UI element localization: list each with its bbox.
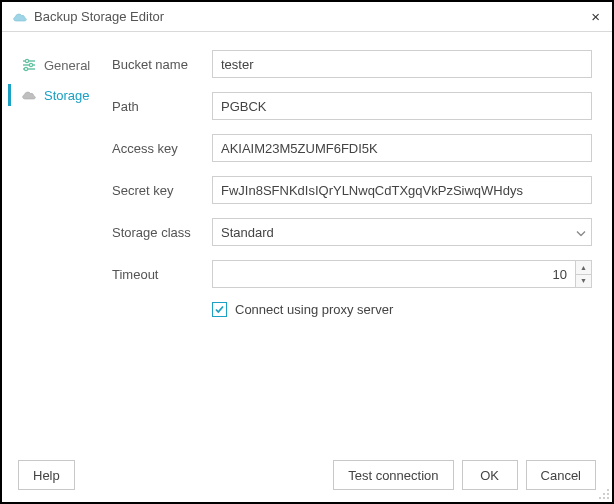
svg-point-1 — [25, 59, 28, 62]
access-label: Access key — [112, 141, 212, 156]
sidebar: General Storage — [2, 32, 112, 448]
timeout-input[interactable] — [212, 260, 592, 288]
row-proxy: Connect using proxy server — [212, 302, 592, 317]
bucket-label: Bucket name — [112, 57, 212, 72]
spin-down-icon[interactable]: ▼ — [576, 275, 591, 288]
cancel-button[interactable]: Cancel — [526, 460, 596, 490]
test-connection-button[interactable]: Test connection — [333, 460, 453, 490]
bucket-input[interactable] — [212, 50, 592, 78]
row-bucket: Bucket name — [112, 50, 592, 78]
sidebar-item-general[interactable]: General — [2, 50, 112, 80]
row-timeout: Timeout ▲ ▼ — [112, 260, 592, 288]
storage-class-select[interactable] — [212, 218, 592, 246]
access-key-input[interactable] — [212, 134, 592, 162]
timeout-stepper[interactable]: ▲ ▼ — [212, 260, 592, 288]
sidebar-item-label: General — [44, 58, 90, 73]
sidebar-item-label: Storage — [44, 88, 90, 103]
storage-class-value[interactable] — [212, 218, 592, 246]
sliders-icon — [20, 58, 38, 72]
form: Bucket name Path Access key Secret key S… — [112, 32, 612, 448]
storage-class-label: Storage class — [112, 225, 212, 240]
secret-label: Secret key — [112, 183, 212, 198]
row-path: Path — [112, 92, 592, 120]
cloud-icon — [20, 89, 38, 101]
check-icon — [214, 304, 225, 315]
titlebar: Backup Storage Editor × — [2, 2, 612, 32]
spinner-buttons: ▲ ▼ — [575, 261, 591, 287]
footer: Help Test connection OK Cancel — [2, 448, 612, 502]
spin-up-icon[interactable]: ▲ — [576, 261, 591, 275]
row-secret: Secret key — [112, 176, 592, 204]
close-icon[interactable]: × — [587, 9, 604, 24]
path-input[interactable] — [212, 92, 592, 120]
ok-button[interactable]: OK — [462, 460, 518, 490]
window-title: Backup Storage Editor — [34, 9, 587, 24]
sidebar-item-storage[interactable]: Storage — [2, 80, 112, 110]
row-storage-class: Storage class — [112, 218, 592, 246]
svg-point-5 — [24, 67, 27, 70]
window: Backup Storage Editor × General — [0, 0, 614, 504]
body: General Storage Bucket name Path — [2, 32, 612, 448]
cloud-icon — [12, 11, 28, 23]
path-label: Path — [112, 99, 212, 114]
timeout-label: Timeout — [112, 267, 212, 282]
svg-point-3 — [29, 63, 32, 66]
row-access: Access key — [112, 134, 592, 162]
proxy-checkbox[interactable] — [212, 302, 227, 317]
secret-key-input[interactable] — [212, 176, 592, 204]
proxy-label: Connect using proxy server — [235, 302, 393, 317]
help-button[interactable]: Help — [18, 460, 75, 490]
